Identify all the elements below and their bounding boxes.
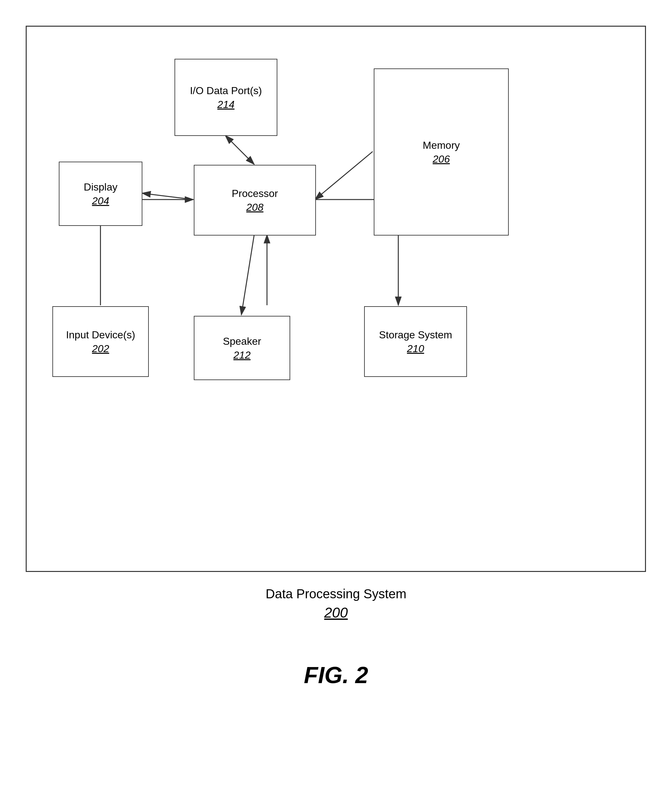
memory-number: 206 <box>432 153 450 165</box>
caption-number: 200 <box>0 605 672 621</box>
svg-line-5 <box>241 235 254 315</box>
speaker-box: Speaker 212 <box>194 316 290 380</box>
io-data-label: I/O Data Port(s) <box>190 84 262 98</box>
figure-label: FIG. 2 <box>304 662 368 688</box>
diagram-border: Memory 206 Password Recovery 216 I/O Dat… <box>26 26 646 572</box>
speaker-label: Speaker <box>223 335 261 348</box>
connector-svg <box>27 27 645 571</box>
input-devices-box: Input Device(s) 202 <box>52 306 149 377</box>
diagram-caption: Data Processing System 200 <box>0 585 672 621</box>
storage-label: Storage System <box>379 328 452 342</box>
input-devices-number: 202 <box>92 343 109 355</box>
display-box: Display 204 <box>59 162 142 226</box>
io-data-box: I/O Data Port(s) 214 <box>175 59 277 136</box>
page-container: Memory 206 Password Recovery 216 I/O Dat… <box>0 0 672 802</box>
caption-title: Data Processing System <box>0 585 672 603</box>
io-data-number: 214 <box>217 99 234 110</box>
svg-line-2 <box>225 136 254 165</box>
figure-label-container: FIG. 2 <box>0 662 672 688</box>
storage-number: 210 <box>407 343 424 355</box>
display-label: Display <box>84 181 118 194</box>
memory-box: Memory 206 Password Recovery 216 <box>374 68 509 236</box>
processor-number: 208 <box>246 202 263 213</box>
memory-label: Memory <box>423 139 460 152</box>
input-devices-label: Input Device(s) <box>66 328 135 342</box>
display-number: 204 <box>92 195 109 207</box>
svg-line-3 <box>315 152 372 199</box>
svg-line-4 <box>142 193 193 199</box>
storage-box: Storage System 210 <box>364 306 467 377</box>
processor-box: Processor 208 <box>194 165 316 236</box>
processor-label: Processor <box>232 187 278 200</box>
speaker-number: 212 <box>233 349 250 361</box>
